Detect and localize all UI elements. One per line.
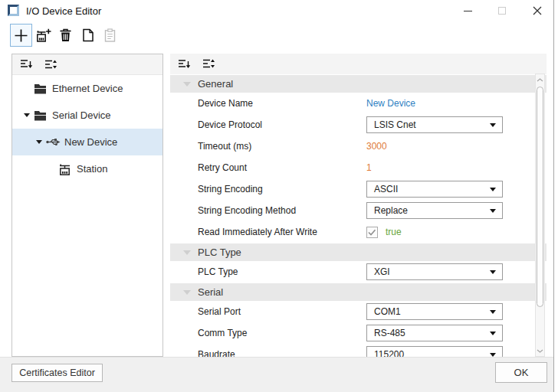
paste-icon [104, 28, 116, 42]
add-station-button[interactable] [32, 24, 54, 47]
prop-label: Read Immediately After Write [198, 227, 317, 237]
dropdown-value: ASCII [374, 184, 398, 194]
serial-port-dropdown[interactable]: COM1 [366, 303, 503, 320]
collapse-all-icon [178, 59, 191, 70]
dropdown-arrow-icon [490, 310, 496, 314]
prop-row-string-encoding-method[interactable]: String Encoding MethodReplace [170, 200, 547, 221]
window-title: I/O Device Editor [26, 5, 101, 17]
title-bar: I/O Device Editor [0, 0, 553, 21]
minimize-button[interactable] [455, 0, 481, 21]
dropdown-arrow-icon [490, 209, 496, 213]
tree-item-label: Ethernet Device [52, 83, 123, 94]
expand-all-icon [202, 58, 215, 70]
props-panel-tools [170, 54, 547, 74]
dropdown-value: Replace [374, 205, 408, 216]
certificates-editor-button[interactable]: Certificates Editor [11, 364, 103, 382]
prop-row-string-encoding[interactable]: String EncodingASCII [170, 178, 547, 200]
tree-item-serial-device[interactable]: Serial Device [12, 102, 162, 129]
close-button[interactable] [524, 0, 550, 21]
vertical-scrollbar[interactable] [535, 74, 545, 357]
tree-item-label: Serial Device [52, 109, 111, 121]
section-title: General [198, 78, 233, 90]
section-header-plc-type[interactable]: PLC Type [170, 243, 547, 261]
copy-button[interactable] [77, 24, 99, 47]
prop-label: Device Name [198, 98, 253, 109]
section-header-general[interactable]: General [170, 75, 547, 93]
station-add-icon [36, 28, 51, 43]
copy-icon [82, 28, 94, 42]
tree-item-label: New Device [64, 136, 117, 148]
dropdown-arrow-icon [490, 270, 496, 274]
scroll-down-button[interactable] [536, 346, 544, 355]
dropdown-value: LSIS Cnet [374, 119, 416, 130]
dropdown-value: 115200 [374, 349, 404, 357]
properties-panel: GeneralDevice NameNew DeviceDevice Proto… [170, 54, 547, 357]
string-encoding-method-dropdown[interactable]: Replace [366, 202, 503, 219]
folder-icon [34, 110, 51, 121]
tree-item-new-device[interactable]: New Device [12, 129, 162, 155]
trash-icon [60, 28, 71, 42]
tree-panel-tools [12, 54, 162, 75]
prop-value-timeout-ms[interactable]: 3000 [366, 141, 387, 152]
prop-label: PLC Type [198, 266, 238, 277]
io-device-editor-window: I/O Device Editor [0, 0, 554, 392]
tree-item-label: Station [77, 163, 107, 175]
comm-type-dropdown[interactable]: RS-485 [366, 325, 503, 341]
collapse-all-button[interactable] [175, 56, 193, 73]
scroll-up-button[interactable] [536, 75, 544, 84]
plc-type-dropdown[interactable]: XGI [366, 263, 503, 280]
dropdown-arrow-icon [490, 188, 496, 191]
expand-all-button[interactable] [41, 56, 60, 73]
chevron-up-icon [537, 78, 543, 82]
collapse-all-button[interactable] [17, 56, 35, 73]
section-collapse-icon [183, 82, 191, 87]
prop-row-timeout-ms[interactable]: Timeout (ms)3000 [170, 136, 547, 157]
prop-row-baudrate[interactable]: Baudrate115200 [170, 344, 547, 357]
app-icon [8, 5, 19, 16]
tree-item-ethernet-device[interactable]: Ethernet Device [12, 75, 162, 102]
device-protocol-dropdown[interactable]: LSIS Cnet [366, 116, 503, 133]
prop-row-device-name[interactable]: Device NameNew Device [170, 93, 547, 114]
toolbar [10, 24, 121, 48]
scrollbar-thumb[interactable] [537, 87, 543, 307]
section-collapse-icon [183, 250, 191, 255]
prop-row-retry-count[interactable]: Retry Count1 [170, 157, 547, 178]
baudrate-dropdown[interactable]: 115200 [366, 346, 503, 357]
expand-all-button[interactable] [199, 56, 218, 73]
folder-icon [34, 83, 51, 94]
prop-label: Serial Port [198, 306, 241, 317]
dropdown-arrow-icon [490, 332, 496, 335]
paste-button[interactable] [99, 24, 121, 47]
checkbox-value-label: true [386, 227, 402, 237]
prop-row-comm-type[interactable]: Comm TypeRS-485 [170, 322, 547, 344]
prop-label: Comm Type [198, 328, 247, 338]
prop-value-retry-count[interactable]: 1 [366, 162, 372, 173]
minimize-icon [464, 11, 472, 11]
expander-icon[interactable] [20, 113, 34, 117]
expander-icon[interactable] [32, 140, 46, 144]
prop-row-plc-type[interactable]: PLC TypeXGI [170, 261, 547, 283]
add-device-button[interactable] [10, 24, 32, 47]
dropdown-arrow-icon [490, 123, 496, 127]
section-header-serial[interactable]: Serial [170, 283, 547, 301]
plus-icon [14, 28, 28, 43]
maximize-button[interactable] [489, 0, 515, 21]
prop-row-serial-port[interactable]: Serial PortCOM1 [170, 301, 547, 322]
prop-value-device-name[interactable]: New Device [366, 98, 415, 109]
prop-row-device-protocol[interactable]: Device ProtocolLSIS Cnet [170, 114, 547, 136]
expand-all-icon [44, 59, 57, 70]
tree-item-station[interactable]: Station [12, 155, 162, 182]
prop-label: String Encoding Method [198, 205, 296, 216]
usb-device-icon [46, 137, 63, 147]
dropdown-value: COM1 [374, 306, 401, 317]
read-immediately-after-write-checkbox[interactable] [366, 227, 378, 238]
chevron-down-icon [537, 349, 543, 353]
prop-row-read-immediately-after-write[interactable]: Read Immediately After Writetrue [170, 221, 547, 243]
ok-button[interactable]: OK [495, 362, 547, 383]
station-icon [58, 163, 75, 175]
prop-label: String Encoding [198, 184, 263, 194]
delete-button[interactable] [54, 24, 77, 47]
string-encoding-dropdown[interactable]: ASCII [366, 181, 503, 198]
collapse-all-icon [20, 59, 33, 70]
prop-label: Retry Count [198, 162, 247, 173]
